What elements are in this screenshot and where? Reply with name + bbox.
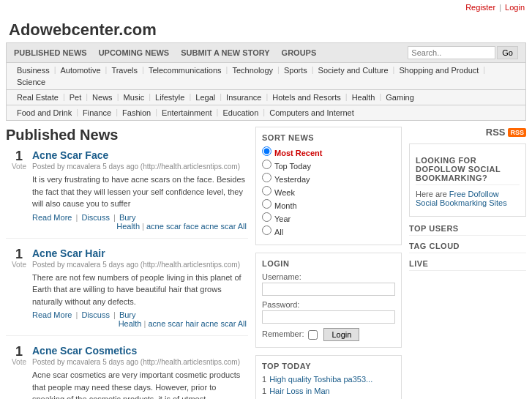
category-item[interactable]: Science	[14, 77, 48, 87]
sort-option[interactable]: Most Recent	[262, 146, 395, 157]
sort-radio[interactable]	[262, 225, 271, 235]
sort-option[interactable]: Week	[262, 186, 395, 197]
category-item[interactable]: Music	[120, 92, 147, 102]
nav-published-news[interactable]: PUBLISHED NEWS	[14, 48, 87, 57]
dofollow-box: LOOKING FOR DOFOLLOW SOCIAL BOOKMARKING?…	[409, 143, 526, 217]
news-title-link[interactable]: Acne Scar Hair	[32, 247, 105, 259]
news-action-links: Read More | Discuss | BuryHealth | acne …	[32, 213, 248, 222]
category-item[interactable]: Society and Culture	[315, 65, 391, 75]
top-users-heading: TOP USERS	[409, 224, 526, 236]
remember-checkbox[interactable]	[308, 330, 318, 340]
vote-col: 1Vote	[6, 247, 32, 329]
tag-link[interactable]: acne	[201, 319, 219, 328]
tag-cloud-heading: TAG CLOUD	[409, 242, 526, 253]
login-link[interactable]: Login	[505, 3, 525, 12]
category-item[interactable]: Travels	[108, 65, 141, 75]
cat-divider: |	[277, 65, 280, 75]
sort-radio[interactable]	[262, 146, 271, 156]
articles-list: 1VoteAcne Scar FacePosted by mcavalera 5…	[6, 149, 248, 399]
category-item[interactable]: News	[89, 92, 116, 102]
nav-groups[interactable]: GROUPS	[282, 48, 317, 57]
tag-link[interactable]: acne	[146, 222, 164, 231]
top-today-link[interactable]: High quality Toshiba pa353...	[269, 375, 372, 384]
news-link[interactable]: Read More	[32, 310, 72, 319]
top-today-link[interactable]: Hair Loss in Man	[269, 387, 330, 395]
category-item[interactable]: Technology	[229, 65, 276, 75]
tag-link[interactable]: scar	[221, 222, 236, 231]
category-tag[interactable]: Health	[119, 319, 142, 328]
news-link[interactable]: Discuss	[81, 213, 110, 222]
news-link[interactable]: Bury	[119, 310, 136, 319]
nav-upcoming-news[interactable]: UPCOMING NEWS	[99, 48, 170, 57]
tag-link[interactable]: face	[184, 222, 199, 231]
news-title-link[interactable]: Acne Scar Face	[32, 149, 108, 161]
tag-link[interactable]: acne	[148, 319, 165, 328]
tag-link[interactable]: acne	[201, 222, 219, 231]
cat-divider: |	[155, 108, 157, 118]
category-item[interactable]: Real Estate	[14, 92, 61, 102]
news-link[interactable]: Discuss	[81, 310, 110, 319]
category-item[interactable]: Telecommunications	[146, 65, 225, 75]
register-link[interactable]: Register	[465, 3, 495, 12]
sort-radio[interactable]	[262, 212, 271, 222]
rss-label: RSS	[486, 127, 506, 138]
top-today-box: TOP TODAY 1High quality Toshiba pa353...…	[255, 355, 402, 399]
tag-link[interactable]: All	[238, 319, 247, 328]
category-item[interactable]: Food and Drink	[14, 108, 75, 118]
category-item[interactable]: Computers and Internet	[266, 108, 357, 118]
tag-link[interactable]: scar	[168, 319, 183, 328]
sort-option[interactable]: All	[262, 225, 395, 236]
sort-radio[interactable]	[262, 199, 271, 209]
news-link[interactable]: Read More	[32, 213, 72, 222]
login-heading: LOGIN	[262, 259, 395, 268]
category-item[interactable]: Entertainment	[159, 108, 214, 118]
sort-option[interactable]: Month	[262, 199, 395, 210]
category-item[interactable]: Pet	[67, 92, 85, 102]
category-item[interactable]: Fashion	[119, 108, 154, 118]
content-area: Published News 1VoteAcne Scar FacePosted…	[6, 127, 248, 399]
news-title: Acne Scar Hair	[32, 247, 248, 259]
link-divider: |	[111, 213, 118, 222]
tag-link[interactable]: scar	[166, 222, 181, 231]
category-item[interactable]: Health	[349, 92, 378, 102]
category-item[interactable]: Sports	[281, 65, 310, 75]
sort-radio[interactable]	[262, 186, 271, 195]
category-item[interactable]: Hotels and Resorts	[269, 92, 344, 102]
category-item[interactable]: Finance	[80, 108, 114, 118]
category-tag[interactable]: Health	[116, 222, 140, 231]
news-excerpt: There are not few numbers of people livi…	[32, 272, 248, 308]
cat-divider: |	[266, 92, 268, 102]
category-item[interactable]: Education	[220, 108, 261, 118]
sort-radio[interactable]	[262, 160, 271, 169]
cat-divider: |	[76, 108, 78, 118]
tag-link[interactable]: hair	[185, 319, 198, 328]
nav-submit-story[interactable]: SUBMIT A NEW STORY	[181, 48, 269, 57]
sidebar: SORT NEWS Most RecentTop TodayYesterdayW…	[255, 127, 402, 399]
cat-divider: |	[345, 92, 348, 102]
sort-option[interactable]: Yesterday	[262, 173, 395, 184]
search-button[interactable]: Go	[497, 46, 518, 59]
password-input[interactable]	[262, 310, 395, 324]
username-input[interactable]	[262, 283, 395, 296]
sort-option[interactable]: Top Today	[262, 160, 395, 171]
news-tags: Health | acne scar hair acne scar All	[119, 319, 247, 328]
news-link[interactable]: Bury	[119, 213, 136, 222]
news-body: Acne Scar CosmeticsPosted by mcavalera 5…	[32, 345, 248, 399]
category-item[interactable]: Gaming	[383, 92, 417, 102]
sort-radio[interactable]	[262, 173, 271, 182]
category-item[interactable]: Lifestyle	[152, 92, 187, 102]
cat-divider: |	[379, 92, 381, 102]
tag-link[interactable]: scar	[221, 319, 236, 328]
category-item[interactable]: Business	[14, 65, 53, 75]
sort-box: SORT NEWS Most RecentTop TodayYesterdayW…	[255, 127, 402, 245]
login-button[interactable]: Login	[323, 328, 359, 341]
category-item[interactable]: Shopping and Product	[396, 65, 482, 75]
search-input[interactable]	[408, 46, 495, 59]
sort-option[interactable]: Year	[262, 212, 395, 223]
category-item[interactable]: Legal	[192, 92, 218, 102]
category-item[interactable]: Insurance	[223, 92, 264, 102]
tag-link[interactable]: All	[238, 222, 247, 231]
category-item[interactable]: Automotive	[58, 65, 104, 75]
news-title-link[interactable]: Acne Scar Cosmetics	[32, 345, 137, 357]
sort-options: Most RecentTop TodayYesterdayWeekMonthYe…	[262, 146, 395, 236]
